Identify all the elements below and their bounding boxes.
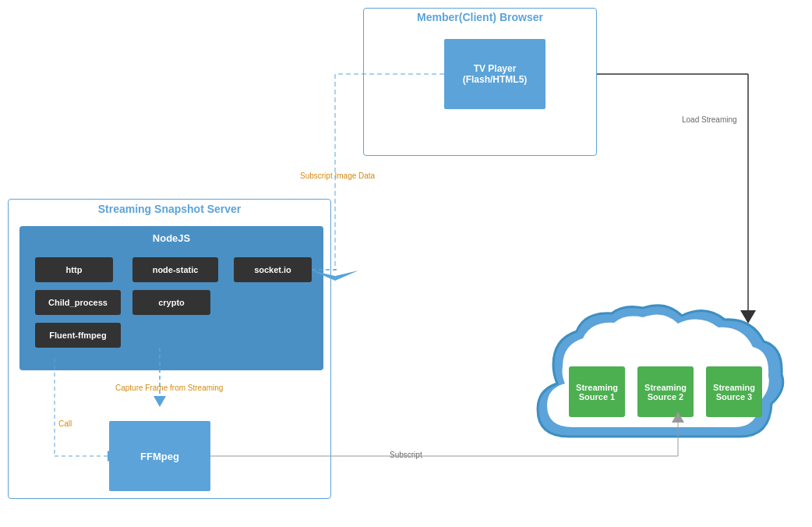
- module-fluent-ffmpeg: Fluent-ffmpeg: [35, 323, 121, 348]
- member-browser-label: Member(Client) Browser: [363, 11, 597, 23]
- architecture-diagram: Member(Client) Browser TV Player (Flash/…: [0, 0, 812, 527]
- snapshot-server-label: Streaming Snapshot Server: [8, 203, 331, 215]
- call-label: Call: [58, 419, 72, 428]
- capture-frame-label: Capture Frame from Streaming: [115, 384, 223, 392]
- streaming-source-3: StreamingSource 3: [706, 366, 762, 417]
- module-crypto: crypto: [132, 290, 210, 315]
- tv-player-line2: (Flash/HTML5): [463, 74, 528, 85]
- subscript-label: Subscript: [390, 451, 422, 459]
- streaming-source-2: StreamingSource 2: [637, 366, 694, 417]
- module-http: http: [35, 257, 113, 282]
- subscript-image-data-label: Subscript Image Data: [300, 172, 375, 180]
- module-socketio: socket.io: [234, 257, 312, 282]
- module-child-process: Child_process: [35, 290, 121, 315]
- tv-player-line1: TV Player: [474, 63, 517, 74]
- load-streaming-label: Load Streaming: [682, 115, 737, 124]
- module-node-static: node-static: [132, 257, 218, 282]
- ffmpeg-box: FFMpeg: [109, 421, 210, 491]
- tv-player-box: TV Player (Flash/HTML5): [444, 39, 545, 109]
- streaming-source-1: StreamingSource 1: [569, 366, 625, 417]
- nodejs-label: NodeJS: [19, 232, 323, 244]
